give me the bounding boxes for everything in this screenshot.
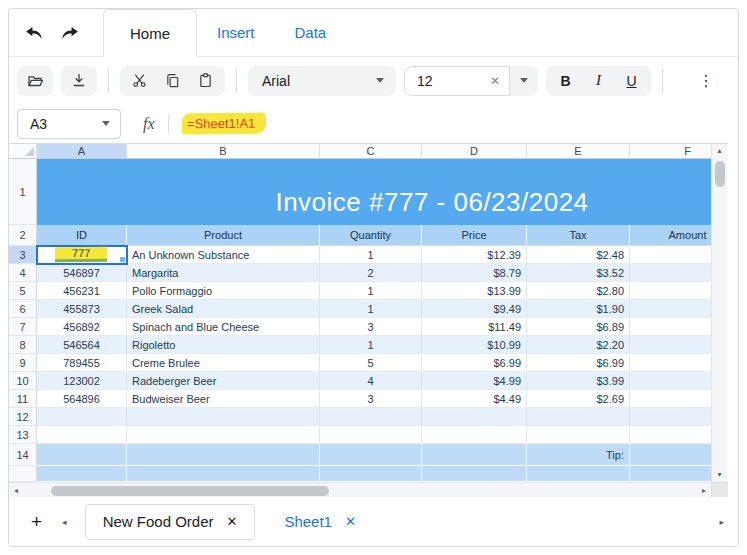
cell-E7[interactable]: $6.89 bbox=[527, 318, 630, 336]
header-cell-tax[interactable]: Tax bbox=[527, 225, 630, 246]
cell-D11[interactable]: $4.49 bbox=[422, 390, 527, 408]
vertical-scroll-thumb[interactable] bbox=[715, 161, 725, 187]
scroll-left-icon[interactable]: ◂ bbox=[9, 484, 23, 498]
cell-C7[interactable]: 3 bbox=[320, 318, 422, 336]
cell-E6[interactable]: $1.90 bbox=[527, 300, 630, 318]
cell-B6[interactable]: Greek Salad bbox=[127, 300, 320, 318]
cell-E9[interactable]: $6.99 bbox=[527, 354, 630, 372]
cell-E3[interactable]: $2.48 bbox=[527, 246, 630, 264]
tab-data[interactable]: Data bbox=[275, 9, 347, 56]
row-header-6[interactable]: 6 bbox=[9, 300, 37, 318]
cell-F7[interactable] bbox=[630, 318, 711, 336]
column-header-B[interactable]: B bbox=[127, 144, 320, 159]
cell-A3[interactable]: 777 bbox=[37, 246, 127, 264]
cell-C11[interactable]: 3 bbox=[320, 390, 422, 408]
row-header-7[interactable]: 7 bbox=[9, 318, 37, 336]
undo-button[interactable] bbox=[25, 26, 43, 40]
cell-partial-B[interactable] bbox=[127, 466, 320, 482]
cell-C10[interactable]: 4 bbox=[320, 372, 422, 390]
row-header-9[interactable]: 9 bbox=[9, 354, 37, 372]
sheet-tab-new-food-order[interactable]: New Food Order ✕ bbox=[85, 504, 256, 540]
cell-C14[interactable] bbox=[320, 444, 422, 466]
tab-home[interactable]: Home bbox=[103, 9, 197, 57]
sheet-tab-sheet1[interactable]: Sheet1 ✕ bbox=[267, 504, 372, 540]
cell-E4[interactable]: $3.52 bbox=[527, 264, 630, 282]
tab-insert[interactable]: Insert bbox=[197, 9, 275, 56]
cell-B10[interactable]: Radeberger Beer bbox=[127, 372, 320, 390]
column-header-C[interactable]: C bbox=[320, 144, 422, 159]
cell-F3[interactable] bbox=[630, 246, 711, 264]
invoice-banner-cell[interactable]: Invoice #777 - 06/23/2024 bbox=[37, 159, 711, 225]
cell-A13[interactable] bbox=[37, 426, 127, 444]
cell-A4[interactable]: 546897 bbox=[37, 264, 127, 282]
cell-B4[interactable]: Margarita bbox=[127, 264, 320, 282]
scroll-up-icon[interactable]: ▴ bbox=[712, 144, 727, 158]
cell-B5[interactable]: Pollo Formaggio bbox=[127, 282, 320, 300]
cell-A14[interactable] bbox=[37, 444, 127, 466]
row-header-3[interactable]: 3 bbox=[9, 246, 37, 264]
column-header-F[interactable]: F bbox=[630, 144, 711, 159]
redo-button[interactable] bbox=[61, 26, 79, 40]
scroll-right-icon[interactable]: ▸ bbox=[697, 484, 711, 498]
cell-F6[interactable] bbox=[630, 300, 711, 318]
column-header-E[interactable]: E bbox=[527, 144, 630, 159]
row-header-11[interactable]: 11 bbox=[9, 390, 37, 408]
row-header-14[interactable]: 14 bbox=[9, 444, 37, 466]
cell-partial-F[interactable] bbox=[630, 466, 711, 482]
cell-C9[interactable]: 5 bbox=[320, 354, 422, 372]
cell-B8[interactable]: Rigoletto bbox=[127, 336, 320, 354]
open-file-button[interactable] bbox=[17, 66, 53, 96]
vertical-scrollbar[interactable]: ▴ ▾ bbox=[711, 144, 727, 482]
cell-F11[interactable] bbox=[630, 390, 711, 408]
overflow-menu-button[interactable]: ⋮ bbox=[698, 71, 714, 90]
header-cell-amount[interactable]: Amount bbox=[630, 225, 711, 246]
close-icon[interactable]: ✕ bbox=[345, 514, 356, 529]
cell-D12[interactable] bbox=[422, 408, 527, 426]
row-header-10[interactable]: 10 bbox=[9, 372, 37, 390]
cell-D5[interactable]: $13.99 bbox=[422, 282, 527, 300]
row-header-8[interactable]: 8 bbox=[9, 336, 37, 354]
cell-F13[interactable] bbox=[630, 426, 711, 444]
name-box[interactable]: A3 bbox=[17, 109, 121, 139]
cell-B3[interactable]: An Unknown Substance bbox=[127, 246, 320, 264]
close-icon[interactable]: ✕ bbox=[227, 514, 238, 529]
italic-button[interactable]: I bbox=[582, 66, 615, 96]
cell-A12[interactable] bbox=[37, 408, 127, 426]
cell-D3[interactable]: $12.39 bbox=[422, 246, 527, 264]
cell-A9[interactable]: 789455 bbox=[37, 354, 127, 372]
paste-button[interactable] bbox=[189, 66, 222, 96]
cell-F14[interactable] bbox=[630, 444, 711, 466]
cell-partial-A[interactable] bbox=[37, 466, 127, 482]
row-header-12[interactable]: 12 bbox=[9, 408, 37, 426]
row-header-partial[interactable] bbox=[9, 466, 37, 482]
cell-D4[interactable]: $8.79 bbox=[422, 264, 527, 282]
cell-C12[interactable] bbox=[320, 408, 422, 426]
cell-F4[interactable] bbox=[630, 264, 711, 282]
column-header-D[interactable]: D bbox=[422, 144, 527, 159]
cell-partial-E[interactable] bbox=[527, 466, 630, 482]
cell-E13[interactable] bbox=[527, 426, 630, 444]
cell-partial-D[interactable] bbox=[422, 466, 527, 482]
cell-C4[interactable]: 2 bbox=[320, 264, 422, 282]
cell-B14[interactable] bbox=[127, 444, 320, 466]
cell-C5[interactable]: 1 bbox=[320, 282, 422, 300]
cell-D14[interactable] bbox=[422, 444, 527, 466]
cell-F10[interactable] bbox=[630, 372, 711, 390]
cell-E12[interactable] bbox=[527, 408, 630, 426]
row-header-5[interactable]: 5 bbox=[9, 282, 37, 300]
horizontal-scroll-thumb[interactable] bbox=[51, 486, 329, 496]
cell-E10[interactable]: $3.99 bbox=[527, 372, 630, 390]
cell-A10[interactable]: 123002 bbox=[37, 372, 127, 390]
cell-D6[interactable]: $9.49 bbox=[422, 300, 527, 318]
sheet-nav-left-icon[interactable]: ◂ bbox=[62, 517, 67, 527]
cell-B7[interactable]: Spinach and Blue Cheese bbox=[127, 318, 320, 336]
cell-D10[interactable]: $4.99 bbox=[422, 372, 527, 390]
header-cell-id[interactable]: ID bbox=[37, 225, 127, 246]
cell-F5[interactable] bbox=[630, 282, 711, 300]
cell-A5[interactable]: 456231 bbox=[37, 282, 127, 300]
cell-A11[interactable]: 564896 bbox=[37, 390, 127, 408]
cell-E5[interactable]: $2.80 bbox=[527, 282, 630, 300]
cell-B11[interactable]: Budweiser Beer bbox=[127, 390, 320, 408]
row-header-13[interactable]: 13 bbox=[9, 426, 37, 444]
cell-A8[interactable]: 546564 bbox=[37, 336, 127, 354]
